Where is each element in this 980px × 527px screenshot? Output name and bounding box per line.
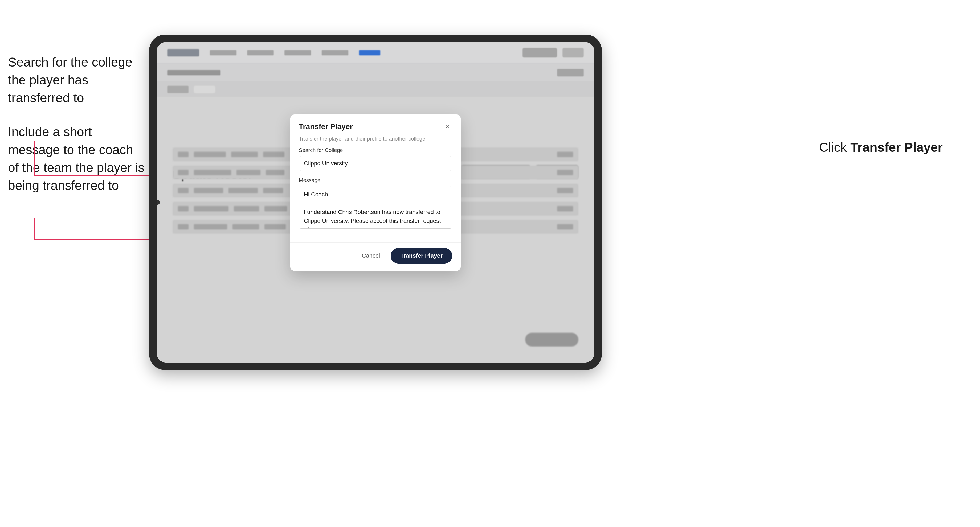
annotation-left-panel: Search for the college the player has tr… [8,53,146,210]
search-college-group: Search for College [299,147,452,171]
annotation-right-panel: Click Transfer Player [819,138,943,172]
transfer-player-button[interactable]: Transfer Player [391,248,452,264]
modal-overlay: Transfer Player × Transfer the player an… [157,42,594,362]
cancel-button[interactable]: Cancel [356,249,385,262]
modal-footer: Cancel Transfer Player [290,243,461,271]
message-label: Message [299,177,452,183]
transfer-player-modal: Transfer Player × Transfer the player an… [290,114,461,271]
modal-title: Transfer Player [299,122,353,131]
message-group: Message [299,177,452,230]
annotation-search-text: Search for the college the player has tr… [8,53,146,107]
modal-subtitle: Transfer the player and their profile to… [290,136,461,147]
annotation-message-text: Include a short message to the coach of … [8,123,146,195]
tablet-frame: Update Roster [149,35,602,370]
search-college-label: Search for College [299,147,452,153]
tablet-screen: Update Roster [157,42,594,362]
modal-body: Search for College Message [290,147,461,243]
message-textarea[interactable] [299,186,452,229]
search-college-input[interactable] [299,156,452,171]
annotation-click-text: Click Transfer Player [819,138,943,156]
modal-header: Transfer Player × [290,114,461,136]
modal-close-button[interactable]: × [442,122,452,132]
